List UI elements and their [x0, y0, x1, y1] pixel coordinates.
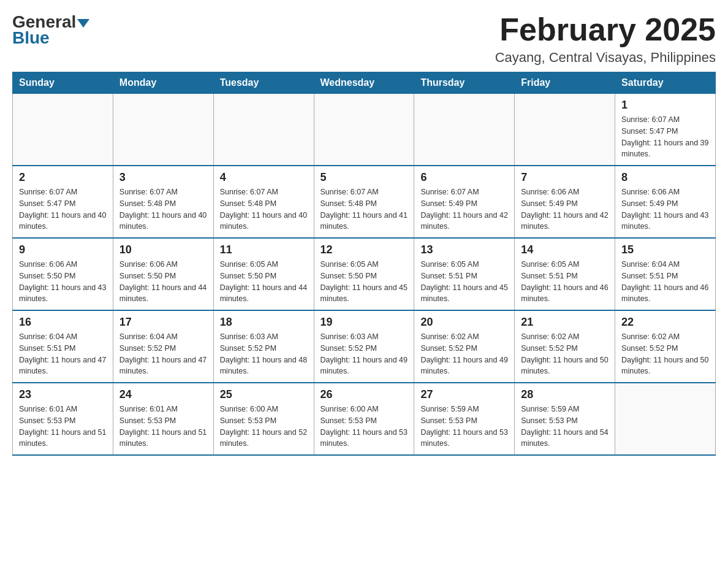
calendar-cell: 24Sunrise: 6:01 AMSunset: 5:53 PMDayligh… — [113, 383, 213, 455]
logo: General Blue — [12, 12, 89, 48]
calendar-cell: 9Sunrise: 6:06 AMSunset: 5:50 PMDaylight… — [13, 238, 113, 310]
calendar-header-thursday: Thursday — [414, 72, 515, 94]
calendar-cell: 14Sunrise: 6:05 AMSunset: 5:51 PMDayligh… — [515, 238, 615, 310]
title-section: February 2025 Cayang, Central Visayas, P… — [495, 12, 716, 66]
day-info: Sunrise: 6:02 AMSunset: 5:52 PMDaylight:… — [420, 331, 508, 377]
calendar-cell: 20Sunrise: 6:02 AMSunset: 5:52 PMDayligh… — [414, 310, 515, 383]
day-number: 27 — [420, 388, 508, 401]
calendar-cell — [515, 94, 615, 166]
day-info: Sunrise: 6:02 AMSunset: 5:52 PMDaylight:… — [621, 331, 709, 377]
day-info: Sunrise: 6:00 AMSunset: 5:53 PMDaylight:… — [320, 404, 408, 450]
calendar-header-sunday: Sunday — [13, 72, 113, 94]
calendar-cell: 28Sunrise: 5:59 AMSunset: 5:53 PMDayligh… — [515, 383, 615, 455]
calendar-cell: 21Sunrise: 6:02 AMSunset: 5:52 PMDayligh… — [515, 310, 615, 383]
location-label: Cayang, Central Visayas, Philippines — [495, 50, 716, 66]
day-number: 24 — [119, 388, 207, 401]
day-info: Sunrise: 6:04 AMSunset: 5:52 PMDaylight:… — [119, 331, 207, 377]
day-number: 28 — [521, 388, 609, 401]
day-info: Sunrise: 6:07 AMSunset: 5:47 PMDaylight:… — [19, 186, 107, 232]
day-info: Sunrise: 6:05 AMSunset: 5:50 PMDaylight:… — [320, 259, 408, 305]
day-number: 9 — [19, 243, 107, 256]
day-number: 13 — [420, 243, 508, 256]
calendar-cell — [414, 94, 515, 166]
day-info: Sunrise: 6:02 AMSunset: 5:52 PMDaylight:… — [521, 331, 609, 377]
day-info: Sunrise: 6:06 AMSunset: 5:50 PMDaylight:… — [119, 259, 207, 305]
logo-blue-label: Blue — [12, 28, 50, 48]
calendar-cell: 17Sunrise: 6:04 AMSunset: 5:52 PMDayligh… — [113, 310, 213, 383]
day-number: 4 — [220, 171, 308, 184]
day-number: 17 — [119, 316, 207, 329]
calendar-table: SundayMondayTuesdayWednesdayThursdayFrid… — [12, 72, 716, 456]
calendar-cell: 3Sunrise: 6:07 AMSunset: 5:48 PMDaylight… — [113, 166, 213, 238]
logo-arrow-icon — [77, 19, 89, 28]
calendar-cell — [13, 94, 113, 166]
calendar-cell: 11Sunrise: 6:05 AMSunset: 5:50 PMDayligh… — [213, 238, 314, 310]
page-header: General Blue February 2025 Cayang, Centr… — [12, 12, 716, 66]
calendar-cell: 23Sunrise: 6:01 AMSunset: 5:53 PMDayligh… — [13, 383, 113, 455]
day-info: Sunrise: 6:01 AMSunset: 5:53 PMDaylight:… — [19, 404, 107, 450]
calendar-cell: 1Sunrise: 6:07 AMSunset: 5:47 PMDaylight… — [615, 94, 716, 166]
calendar-header-monday: Monday — [113, 72, 213, 94]
calendar-cell: 16Sunrise: 6:04 AMSunset: 5:51 PMDayligh… — [13, 310, 113, 383]
month-title: February 2025 — [495, 12, 716, 47]
day-number: 2 — [19, 171, 107, 184]
day-number: 10 — [119, 243, 207, 256]
day-info: Sunrise: 6:06 AMSunset: 5:49 PMDaylight:… — [521, 186, 609, 232]
calendar-cell — [113, 94, 213, 166]
day-number: 22 — [621, 316, 709, 329]
day-info: Sunrise: 6:05 AMSunset: 5:50 PMDaylight:… — [220, 259, 308, 305]
calendar-header-wednesday: Wednesday — [314, 72, 414, 94]
calendar-header-row: SundayMondayTuesdayWednesdayThursdayFrid… — [13, 72, 716, 94]
day-number: 5 — [320, 171, 408, 184]
calendar-cell — [314, 94, 414, 166]
day-info: Sunrise: 5:59 AMSunset: 5:53 PMDaylight:… — [420, 404, 508, 450]
day-info: Sunrise: 6:07 AMSunset: 5:47 PMDaylight:… — [621, 114, 709, 160]
calendar-header-saturday: Saturday — [615, 72, 716, 94]
day-info: Sunrise: 6:06 AMSunset: 5:50 PMDaylight:… — [19, 259, 107, 305]
day-info: Sunrise: 6:05 AMSunset: 5:51 PMDaylight:… — [521, 259, 609, 305]
day-number: 16 — [19, 316, 107, 329]
day-info: Sunrise: 6:03 AMSunset: 5:52 PMDaylight:… — [220, 331, 308, 377]
day-number: 19 — [320, 316, 408, 329]
day-info: Sunrise: 6:05 AMSunset: 5:51 PMDaylight:… — [420, 259, 508, 305]
day-number: 26 — [320, 388, 408, 401]
calendar-cell: 26Sunrise: 6:00 AMSunset: 5:53 PMDayligh… — [314, 383, 414, 455]
day-number: 14 — [521, 243, 609, 256]
day-number: 12 — [320, 243, 408, 256]
calendar-cell: 13Sunrise: 6:05 AMSunset: 5:51 PMDayligh… — [414, 238, 515, 310]
calendar-cell: 19Sunrise: 6:03 AMSunset: 5:52 PMDayligh… — [314, 310, 414, 383]
day-info: Sunrise: 6:04 AMSunset: 5:51 PMDaylight:… — [19, 331, 107, 377]
day-number: 25 — [220, 388, 308, 401]
day-info: Sunrise: 6:07 AMSunset: 5:48 PMDaylight:… — [220, 186, 308, 232]
calendar-week-row: 2Sunrise: 6:07 AMSunset: 5:47 PMDaylight… — [13, 166, 716, 238]
day-number: 8 — [621, 171, 709, 184]
calendar-cell — [213, 94, 314, 166]
calendar-cell: 2Sunrise: 6:07 AMSunset: 5:47 PMDaylight… — [13, 166, 113, 238]
calendar-cell: 15Sunrise: 6:04 AMSunset: 5:51 PMDayligh… — [615, 238, 716, 310]
calendar-cell: 6Sunrise: 6:07 AMSunset: 5:49 PMDaylight… — [414, 166, 515, 238]
calendar-cell: 4Sunrise: 6:07 AMSunset: 5:48 PMDaylight… — [213, 166, 314, 238]
day-number: 1 — [621, 99, 709, 112]
day-info: Sunrise: 6:07 AMSunset: 5:49 PMDaylight:… — [420, 186, 508, 232]
day-info: Sunrise: 5:59 AMSunset: 5:53 PMDaylight:… — [521, 404, 609, 450]
day-info: Sunrise: 6:03 AMSunset: 5:52 PMDaylight:… — [320, 331, 408, 377]
calendar-cell — [615, 383, 716, 455]
calendar-cell: 7Sunrise: 6:06 AMSunset: 5:49 PMDaylight… — [515, 166, 615, 238]
day-info: Sunrise: 6:07 AMSunset: 5:48 PMDaylight:… — [320, 186, 408, 232]
day-number: 11 — [220, 243, 308, 256]
day-info: Sunrise: 6:06 AMSunset: 5:49 PMDaylight:… — [621, 186, 709, 232]
calendar-week-row: 9Sunrise: 6:06 AMSunset: 5:50 PMDaylight… — [13, 238, 716, 310]
calendar-week-row: 1Sunrise: 6:07 AMSunset: 5:47 PMDaylight… — [13, 94, 716, 166]
calendar-cell: 12Sunrise: 6:05 AMSunset: 5:50 PMDayligh… — [314, 238, 414, 310]
calendar-cell: 10Sunrise: 6:06 AMSunset: 5:50 PMDayligh… — [113, 238, 213, 310]
calendar-cell: 5Sunrise: 6:07 AMSunset: 5:48 PMDaylight… — [314, 166, 414, 238]
day-number: 15 — [621, 243, 709, 256]
calendar-cell: 27Sunrise: 5:59 AMSunset: 5:53 PMDayligh… — [414, 383, 515, 455]
calendar-week-row: 23Sunrise: 6:01 AMSunset: 5:53 PMDayligh… — [13, 383, 716, 455]
day-number: 6 — [420, 171, 508, 184]
calendar-header-tuesday: Tuesday — [213, 72, 314, 94]
day-number: 3 — [119, 171, 207, 184]
calendar-week-row: 16Sunrise: 6:04 AMSunset: 5:51 PMDayligh… — [13, 310, 716, 383]
calendar-cell: 22Sunrise: 6:02 AMSunset: 5:52 PMDayligh… — [615, 310, 716, 383]
day-info: Sunrise: 6:07 AMSunset: 5:48 PMDaylight:… — [119, 186, 207, 232]
